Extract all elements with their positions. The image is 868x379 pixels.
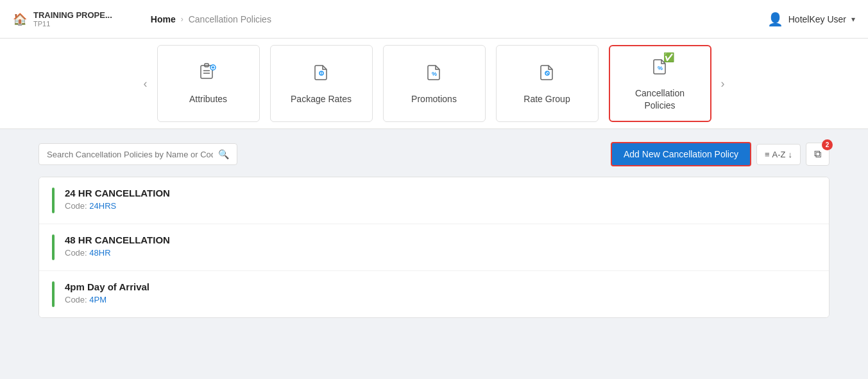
brand-code: TP11 (33, 20, 112, 28)
brand-info: TRAINING PROPE... TP11 (33, 10, 112, 28)
nav-card-attributes[interactable]: Attributes (157, 45, 260, 122)
search-icon: 🔍 (218, 149, 229, 159)
user-icon: 👤 (767, 12, 783, 27)
code-label: Code: (65, 295, 89, 304)
home-icon: 🏠 (13, 12, 27, 26)
policy-info: 24 HR CANCELLATION Code: 24HRS (65, 188, 816, 211)
breadcrumb-home[interactable]: Home (151, 14, 176, 24)
nav-card-cancellation-policies[interactable]: % ✅ CancellationPolicies (609, 45, 711, 122)
nav-card-promotions[interactable]: % Promotions (383, 45, 486, 122)
policy-info: 48 HR CANCELLATION Code: 48HR (65, 234, 816, 258)
table-row[interactable]: 4pm Day of Arrival Code: 4PM (39, 271, 829, 317)
policy-name: 48 HR CANCELLATION (65, 234, 816, 245)
policy-stripe (52, 234, 55, 260)
nav-section: ‹ Attributes (0, 39, 868, 129)
check-badge: ✅ (664, 52, 674, 62)
svg-text:%: % (432, 71, 437, 77)
search-box[interactable]: 🔍 (38, 143, 237, 165)
nav-card-cancellation-policies-label: CancellationPolicies (635, 87, 685, 110)
nav-right-arrow[interactable]: › (711, 77, 735, 91)
policy-info: 4pm Day of Arrival Code: 4PM (65, 281, 816, 304)
code-value: 24HRS (89, 201, 116, 211)
filter-icon: ⧉ (814, 148, 821, 160)
nav-card-promotions-label: Promotions (411, 93, 457, 105)
rate-group-icon (537, 62, 557, 87)
nav-card-package-rates[interactable]: Package Rates (270, 45, 373, 122)
nav-cards: Attributes Package Rates % (157, 45, 711, 122)
brand-name: TRAINING PROPE... (33, 10, 112, 21)
add-cancellation-policy-button[interactable]: Add New Cancellation Policy (611, 142, 751, 166)
nav-card-rate-group-label: Rate Group (523, 93, 570, 105)
code-value: 48HR (89, 248, 110, 258)
nav-left-arrow[interactable]: ‹ (134, 77, 157, 91)
sort-label: A-Z (772, 150, 786, 159)
cancellation-policies-icon: % ✅ (650, 56, 670, 81)
sort-arrow-icon: ↓ (788, 150, 793, 159)
content: 🔍 Add New Cancellation Policy ≡ A-Z ↓ ⧉ … (0, 129, 868, 379)
policy-code: Code: 4PM (65, 295, 816, 304)
header: 🏠 TRAINING PROPE... TP11 Home › Cancella… (0, 0, 868, 39)
code-label: Code: (65, 201, 89, 211)
toolbar: 🔍 Add New Cancellation Policy ≡ A-Z ↓ ⧉ … (38, 142, 830, 166)
search-input[interactable] (47, 150, 213, 159)
policy-name: 24 HR CANCELLATION (65, 188, 816, 198)
table-row[interactable]: 48 HR CANCELLATION Code: 48HR (39, 224, 829, 271)
svg-line-11 (546, 73, 548, 75)
code-value: 4PM (89, 295, 106, 304)
filter-button[interactable]: ⧉ 2 (806, 143, 830, 166)
policy-code: Code: 48HR (65, 248, 816, 258)
user-menu[interactable]: 👤 HotelKey User ▾ (767, 12, 855, 27)
chevron-down-icon: ▾ (851, 15, 855, 24)
policy-code: Code: 24HRS (65, 201, 816, 211)
header-left: 🏠 TRAINING PROPE... TP11 Home › Cancella… (13, 10, 271, 28)
sort-button[interactable]: ≡ A-Z ↓ (756, 144, 801, 165)
policy-stripe (52, 281, 55, 307)
policy-list: 24 HR CANCELLATION Code: 24HRS 48 HR CAN… (38, 177, 830, 318)
package-rates-icon (311, 62, 332, 87)
toolbar-right: Add New Cancellation Policy ≡ A-Z ↓ ⧉ 2 (611, 142, 830, 166)
user-name: HotelKey User (788, 14, 846, 24)
breadcrumb: Home › Cancellation Policies (151, 14, 271, 24)
policy-stripe (52, 188, 55, 213)
filter-badge: 2 (822, 139, 833, 150)
nav-card-attributes-label: Attributes (189, 93, 227, 105)
code-label: Code: (65, 248, 89, 258)
nav-card-package-rates-label: Package Rates (291, 93, 352, 105)
promotions-icon: % (424, 62, 445, 87)
attributes-icon (198, 62, 219, 87)
breadcrumb-current: Cancellation Policies (189, 14, 271, 24)
breadcrumb-separator: › (181, 15, 183, 24)
nav-card-rate-group[interactable]: Rate Group (496, 45, 599, 122)
table-row[interactable]: 24 HR CANCELLATION Code: 24HRS (39, 177, 829, 224)
policy-name: 4pm Day of Arrival (65, 281, 816, 292)
svg-text:%: % (658, 65, 663, 71)
sort-icon: ≡ (765, 150, 770, 159)
